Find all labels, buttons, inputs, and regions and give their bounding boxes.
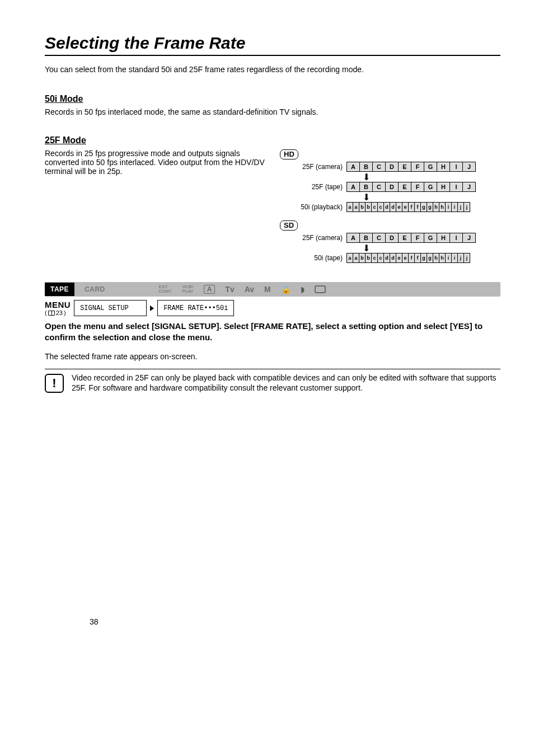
arrow-down-icon: ⬇ xyxy=(363,244,500,253)
frame-cell: J xyxy=(462,233,476,243)
tape-tab: TAPE xyxy=(45,283,74,296)
hd-row-tape: ABCDEFGHIJ xyxy=(347,182,476,192)
label-50i-tape: 50i (tape) xyxy=(280,254,347,262)
night-icon: ◗ xyxy=(301,285,305,294)
mode-bar: TAPE CARD EXT. CONT. VCR/ PLAY A Tv Av M… xyxy=(45,282,500,297)
frame-cell: C xyxy=(372,162,386,172)
frame-cell: A xyxy=(346,233,360,243)
sd-badge: SD xyxy=(280,220,298,231)
text-50i: Records in 50 fps interlaced mode, the s… xyxy=(45,107,500,116)
intro-text: You can select from the standard 50i and… xyxy=(45,65,500,74)
text-25f: Records in 25 fps progressive mode and o… xyxy=(45,149,269,176)
frame-cell: F xyxy=(411,182,424,192)
divider xyxy=(45,369,500,369)
book-icon xyxy=(48,311,55,316)
hd-signal-block: HD 25F (camera) ABCDEFGHIJ ⬇ 25F (tape) … xyxy=(280,149,500,212)
frame-cell: I xyxy=(449,233,463,243)
hd-badge: HD xyxy=(280,149,298,159)
frame-cell: J xyxy=(462,162,476,172)
frame-cell: j xyxy=(463,253,470,263)
triangle-right-icon xyxy=(150,306,154,311)
vcr-play-label: VCR/ PLAY xyxy=(182,285,194,294)
frame-cell: B xyxy=(359,162,373,172)
frame-cell: E xyxy=(398,162,411,172)
instruction-text: Open the menu and select [SIGNAL SETUP].… xyxy=(45,321,500,344)
frame-cell: D xyxy=(385,182,399,192)
page-number: 38 xyxy=(90,617,99,626)
frame-cell: F xyxy=(411,233,424,243)
frame-cell: D xyxy=(385,162,399,172)
m-mode-icon: M xyxy=(264,285,271,294)
frame-cell: E xyxy=(398,233,411,243)
warning-text: Video recorded in 25F can only be played… xyxy=(72,373,500,394)
menu-row: MENU ( 23) SIGNAL SETUP FRAME RATE•••50i xyxy=(45,300,500,316)
frame-cell: I xyxy=(449,162,463,172)
heading-50i: 50i Mode xyxy=(45,94,500,104)
frame-cell: H xyxy=(437,182,450,192)
menu-ref-number: 23 xyxy=(56,309,63,316)
arrow-down-icon: ⬇ xyxy=(363,193,500,202)
frame-cell: I xyxy=(449,182,463,192)
menu-page-ref: ( 23) xyxy=(45,309,71,316)
title-divider xyxy=(45,55,500,56)
frame-cell: j xyxy=(463,202,470,212)
heading-25f: 25F Mode xyxy=(45,135,500,145)
menu-box-signal-setup: SIGNAL SETUP xyxy=(74,300,147,316)
av-mode-icon: Av xyxy=(245,285,254,294)
frame-cell: D xyxy=(385,233,399,243)
frame-cell: A xyxy=(346,182,360,192)
page-title: Selecting the Frame Rate xyxy=(45,34,500,53)
menu-label: MENU xyxy=(45,300,71,309)
spotlight-icon xyxy=(315,285,326,293)
tv-mode-icon: Tv xyxy=(225,285,234,294)
frame-cell: H xyxy=(437,233,450,243)
frame-cell: B xyxy=(359,233,373,243)
ext-cont-label: EXT. CONT. xyxy=(159,285,172,294)
sd-row-camera: ABCDEFGHIJ xyxy=(347,233,476,243)
frame-cell: C xyxy=(372,233,386,243)
frame-cell: E xyxy=(398,182,411,192)
frame-cell: B xyxy=(359,182,373,192)
card-tab: CARD xyxy=(85,285,105,293)
frame-cell: J xyxy=(462,182,476,192)
frame-cell: G xyxy=(424,182,437,192)
frame-cell: H xyxy=(437,162,450,172)
frame-cell: G xyxy=(424,162,437,172)
hd-row-camera: ABCDEFGHIJ xyxy=(347,162,476,172)
warning-icon: ! xyxy=(45,374,64,393)
label-25f-camera-sd: 25F (camera) xyxy=(280,234,347,242)
sd-row-tape: aabbccddeeffgghhiijj xyxy=(347,253,470,263)
note-text: The selected frame rate appears on-scree… xyxy=(45,352,500,361)
lock-icon: 🔒 xyxy=(281,285,291,294)
hd-row-playback: aabbccddeeffgghhiijj xyxy=(347,202,470,212)
label-50i-playback: 50i (playback) xyxy=(280,203,347,211)
frame-cell: F xyxy=(411,162,424,172)
sd-signal-block: SD 25F (camera) ABCDEFGHIJ ⬇ 50i (tape) … xyxy=(280,220,500,263)
frame-cell: G xyxy=(424,233,437,243)
label-25f-tape: 25F (tape) xyxy=(280,183,347,191)
label-25f-camera: 25F (camera) xyxy=(280,163,347,171)
frame-cell: C xyxy=(372,182,386,192)
frame-cell: A xyxy=(346,162,360,172)
arrow-down-icon: ⬇ xyxy=(363,173,500,182)
a-mode-icon: A xyxy=(204,285,216,294)
menu-box-frame-rate: FRAME RATE•••50i xyxy=(157,300,234,316)
